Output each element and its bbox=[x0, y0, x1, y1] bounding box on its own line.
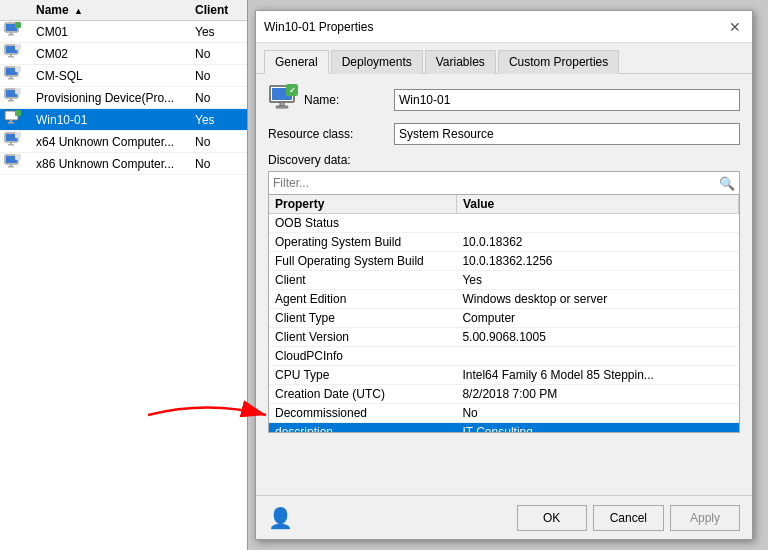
svg-rect-13 bbox=[8, 78, 14, 80]
name-input[interactable] bbox=[394, 89, 740, 111]
discovery-data-label: Discovery data: bbox=[268, 153, 740, 167]
table-cell-value: 10.0.18362 bbox=[456, 233, 738, 252]
resource-class-row: Resource class: bbox=[268, 123, 740, 145]
svg-rect-24 bbox=[15, 110, 21, 116]
filter-row: 🔍 bbox=[268, 171, 740, 195]
table-row[interactable]: Full Operating System Build10.0.18362.12… bbox=[269, 252, 739, 271]
list-item-name: CM02 bbox=[36, 47, 195, 61]
svg-rect-18 bbox=[8, 100, 14, 102]
dialog-body: ✓ Name: Resource class: Discovery data: … bbox=[256, 74, 752, 443]
table-cell-property: Client Version bbox=[269, 328, 456, 347]
table-cell-value bbox=[456, 214, 738, 233]
list-item-client: No bbox=[195, 91, 243, 105]
col-header-property: Property bbox=[269, 195, 456, 214]
list-item[interactable]: x64 Unknown Computer...No bbox=[0, 131, 247, 153]
svg-rect-28 bbox=[8, 144, 14, 146]
tab-general[interactable]: General bbox=[264, 50, 329, 74]
table-row[interactable]: Client Version5.00.9068.1005 bbox=[269, 328, 739, 347]
tab-deployments[interactable]: Deployments bbox=[331, 50, 423, 74]
list-item-name: x86 Unknown Computer... bbox=[36, 157, 195, 171]
svg-rect-14 bbox=[15, 66, 21, 72]
svg-rect-9 bbox=[15, 44, 21, 50]
filter-input[interactable] bbox=[269, 174, 715, 192]
list-item-client: Yes bbox=[195, 113, 243, 127]
table-cell-property: Creation Date (UTC) bbox=[269, 385, 456, 404]
list-item-name: x64 Unknown Computer... bbox=[36, 135, 195, 149]
table-row[interactable]: CPU TypeIntel64 Family 6 Model 85 Steppi… bbox=[269, 366, 739, 385]
resource-class-input[interactable] bbox=[394, 123, 740, 145]
header-icon bbox=[4, 3, 36, 17]
table-cell-property: Full Operating System Build bbox=[269, 252, 456, 271]
close-button[interactable]: ✕ bbox=[726, 18, 744, 36]
table-row[interactable]: CloudPCInfo bbox=[269, 347, 739, 366]
table-cell-property: Operating System Build bbox=[269, 233, 456, 252]
table-row[interactable]: Operating System Build10.0.18362 bbox=[269, 233, 739, 252]
tabs-bar: General Deployments Variables Custom Pro… bbox=[256, 43, 752, 74]
list-item-client: No bbox=[195, 69, 243, 83]
table-row[interactable]: Client TypeComputer bbox=[269, 309, 739, 328]
svg-rect-22 bbox=[10, 120, 12, 122]
discovery-table-container[interactable]: Property Value OOB StatusOperating Syste… bbox=[268, 195, 740, 433]
computer-list-icon bbox=[4, 66, 36, 85]
list-item-client: No bbox=[195, 135, 243, 149]
col-header-value: Value bbox=[456, 195, 738, 214]
table-cell-property: CloudPCInfo bbox=[269, 347, 456, 366]
svg-rect-7 bbox=[10, 54, 12, 56]
computer-list-icon bbox=[4, 110, 36, 129]
svg-rect-19 bbox=[15, 88, 21, 94]
table-cell-property: description bbox=[269, 423, 456, 434]
list-items-container: CM01Yes CM02No CM-SQLNo Provisioning Dev… bbox=[0, 21, 247, 175]
svg-rect-32 bbox=[10, 164, 12, 166]
svg-rect-27 bbox=[10, 142, 12, 144]
name-field-row: ✓ Name: bbox=[268, 84, 740, 115]
table-row[interactable]: ClientYes bbox=[269, 271, 739, 290]
table-row[interactable]: Agent EditionWindows desktop or server bbox=[269, 290, 739, 309]
computer-list-icon bbox=[4, 132, 36, 151]
computer-icon: ✓ bbox=[268, 84, 304, 115]
svg-rect-2 bbox=[10, 32, 12, 34]
table-cell-value: No bbox=[456, 404, 738, 423]
apply-button[interactable]: Apply bbox=[670, 505, 740, 531]
table-cell-value: Yes bbox=[456, 271, 738, 290]
table-row[interactable]: DecommissionedNo bbox=[269, 404, 739, 423]
dialog-title: Win10-01 Properties bbox=[264, 20, 373, 34]
table-cell-value: Windows desktop or server bbox=[456, 290, 738, 309]
header-client: Client bbox=[195, 3, 243, 17]
table-cell-property: Decommissioned bbox=[269, 404, 456, 423]
svg-rect-4 bbox=[15, 22, 21, 28]
table-row[interactable]: descriptionIT Consulting bbox=[269, 423, 739, 434]
table-cell-value: 10.0.18362.1256 bbox=[456, 252, 738, 271]
list-item[interactable]: CM-SQLNo bbox=[0, 65, 247, 87]
svg-rect-12 bbox=[10, 76, 12, 78]
ok-button[interactable]: OK bbox=[517, 505, 587, 531]
list-item[interactable]: Win10-01Yes bbox=[0, 109, 247, 131]
svg-rect-33 bbox=[8, 166, 14, 168]
cancel-button[interactable]: Cancel bbox=[593, 505, 664, 531]
svg-rect-29 bbox=[15, 132, 21, 138]
list-item[interactable]: x86 Unknown Computer...No bbox=[0, 153, 247, 175]
svg-rect-17 bbox=[10, 98, 12, 100]
list-item-name: Provisioning Device(Pro... bbox=[36, 91, 195, 105]
table-cell-property: Agent Edition bbox=[269, 290, 456, 309]
table-cell-value: 8/2/2018 7:00 PM bbox=[456, 385, 738, 404]
computer-list-icon bbox=[4, 44, 36, 63]
table-row[interactable]: Creation Date (UTC)8/2/2018 7:00 PM bbox=[269, 385, 739, 404]
person-icon: 👤 bbox=[268, 506, 293, 530]
tab-variables[interactable]: Variables bbox=[425, 50, 496, 74]
list-item[interactable]: Provisioning Device(Pro...No bbox=[0, 87, 247, 109]
svg-rect-38 bbox=[280, 102, 284, 106]
tab-custom-properties[interactable]: Custom Properties bbox=[498, 50, 619, 74]
list-item[interactable]: CM02No bbox=[0, 43, 247, 65]
table-row[interactable]: OOB Status bbox=[269, 214, 739, 233]
sort-arrow-icon: ▲ bbox=[74, 6, 83, 16]
svg-text:✓: ✓ bbox=[289, 86, 296, 95]
list-item-name: Win10-01 bbox=[36, 113, 195, 127]
svg-rect-8 bbox=[8, 56, 14, 58]
list-item-client: No bbox=[195, 157, 243, 171]
header-name: Name ▲ bbox=[36, 3, 195, 17]
resource-class-label: Resource class: bbox=[268, 127, 394, 141]
dialog-titlebar: Win10-01 Properties ✕ bbox=[256, 11, 752, 43]
dialog-footer: 👤 OK Cancel Apply bbox=[256, 495, 752, 539]
table-cell-value: Computer bbox=[456, 309, 738, 328]
list-item[interactable]: CM01Yes bbox=[0, 21, 247, 43]
